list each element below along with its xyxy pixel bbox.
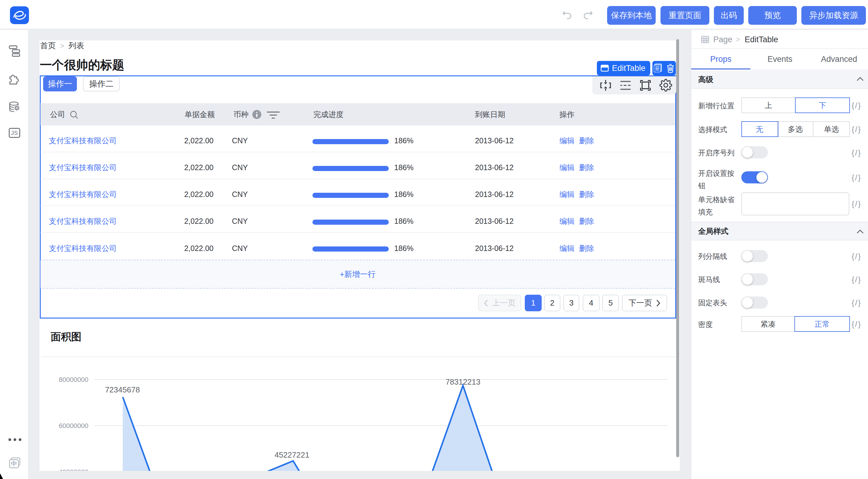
svg-text:78312213: 78312213	[445, 377, 480, 386]
svg-text:80000000: 80000000	[59, 376, 88, 383]
svg-text:45227221: 45227221	[275, 450, 309, 459]
svg-text:72345678: 72345678	[105, 385, 140, 394]
svg-text:40000000: 40000000	[59, 468, 88, 471]
svg-text:60000000: 60000000	[59, 422, 88, 429]
